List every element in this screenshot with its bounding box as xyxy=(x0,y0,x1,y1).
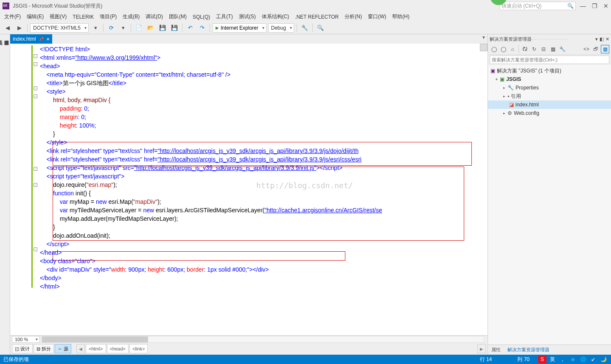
tray-icon-c[interactable]: 🌐 xyxy=(579,356,587,363)
menu-help[interactable]: 帮助(H) xyxy=(392,13,409,20)
panel-dropdown-button[interactable]: ▾ xyxy=(595,36,598,42)
editor-area: index.html 📌 ✕ ▾ − − − − − − − http://bl… xyxy=(10,34,488,355)
panel-close-button[interactable]: ✕ xyxy=(605,36,609,42)
code-editor[interactable]: − − − − − − − http://blog.csdn.net/ <!DO… xyxy=(10,44,488,335)
tab-close-icon[interactable]: ✕ xyxy=(46,37,50,42)
lang-icon[interactable]: 英 xyxy=(548,356,557,363)
tool-b-button[interactable]: 🔍 xyxy=(315,23,325,33)
solution-node[interactable]: ▣解决方案 "JSGIS" (1 个项目) xyxy=(488,67,611,75)
tray-icon-e[interactable]: 🌙 xyxy=(599,356,608,363)
menu-telerik[interactable]: TELERIK xyxy=(73,14,94,20)
tab-label: index.html xyxy=(13,36,36,42)
breadcrumb-nav-right[interactable]: ▶ xyxy=(477,344,486,353)
minimize-button[interactable]: ― xyxy=(580,3,586,9)
code-icon[interactable]: <> xyxy=(582,45,591,53)
project-node[interactable]: ▾▣JSGIS xyxy=(488,75,611,83)
show-all-icon[interactable]: ▦ xyxy=(549,45,557,53)
tab-index-html[interactable]: index.html 📌 ✕ xyxy=(10,34,52,44)
design-view-button[interactable]: ◫ 设计 xyxy=(12,344,33,353)
panel-pin-button[interactable]: ◧ xyxy=(600,36,604,42)
forward-button[interactable]: ▶ xyxy=(14,23,25,33)
menu-window[interactable]: 窗口(W) xyxy=(368,13,386,20)
close-button[interactable]: ✕ xyxy=(603,3,608,9)
collapse-icon[interactable]: ⊟ xyxy=(539,45,548,53)
window-title: JSGIS - Microsoft Visual Studio(管理员) xyxy=(13,3,102,10)
validate-button[interactable]: ▾ xyxy=(90,23,101,33)
sync-icon[interactable]: 🗘 xyxy=(521,45,529,53)
ime-icon[interactable]: S xyxy=(538,356,547,363)
open-button[interactable]: 📂 xyxy=(146,23,156,33)
right-panel-tabs: 属性 解决方案资源管理器 xyxy=(488,345,611,355)
split-view-button[interactable]: ⊟ 拆分 xyxy=(34,344,54,353)
save-all-button[interactable]: 💾 xyxy=(169,23,179,33)
quick-launch-input[interactable]: 快速启动 (Ctrl+Q) 🔍 xyxy=(499,2,576,10)
menu-team[interactable]: 团队(M) xyxy=(169,13,187,20)
menu-reflector[interactable]: .NET REFLECTOR xyxy=(295,14,339,20)
source-view-button[interactable]: ↔ 源 xyxy=(55,344,71,353)
home-icon[interactable]: ⌂ xyxy=(508,45,517,53)
menu-sql[interactable]: SQL(Q) xyxy=(193,14,210,20)
back-icon[interactable]: ◯ xyxy=(490,45,498,53)
menu-bar: 文件(F) 编辑(E) 视图(V) TELERIK 项目(P) 生成(B) 调试… xyxy=(0,12,611,22)
menu-edit[interactable]: 编辑(E) xyxy=(27,13,44,20)
tree-item-webconfig[interactable]: ▸⚙Web.config xyxy=(488,109,611,117)
menu-debug[interactable]: 调试(D) xyxy=(146,13,163,20)
menu-test[interactable]: 测试(S) xyxy=(239,13,256,20)
toolbox-tab[interactable]: 工具箱 xyxy=(0,37,3,350)
tree-item-properties[interactable]: ▸🔧Properties xyxy=(488,83,611,92)
panel-header: 解决方案资源管理器 ····················· ▾ ◧ ✕ xyxy=(488,34,611,44)
tray-icon-a[interactable]: , xyxy=(558,356,567,363)
save-button[interactable]: 💾 xyxy=(157,23,168,33)
redo-button[interactable]: ↷ xyxy=(197,23,207,33)
pin-icon[interactable]: 📌 xyxy=(39,37,44,42)
breadcrumb-nav-left[interactable]: ◀ xyxy=(76,344,85,353)
refresh-button[interactable]: ⟳ xyxy=(106,23,116,33)
config-combo[interactable]: Debug xyxy=(268,23,294,33)
back-button[interactable]: ◀ xyxy=(3,23,13,33)
undo-button[interactable]: ↶ xyxy=(185,23,195,33)
breadcrumb-head[interactable]: <head> xyxy=(107,344,129,353)
menu-architecture[interactable]: 体系结构(C) xyxy=(262,13,289,20)
menu-analyze[interactable]: 分析(N) xyxy=(345,13,362,20)
start-debug-button[interactable]: Internet Explorer xyxy=(213,23,266,33)
menu-view[interactable]: 视图(V) xyxy=(50,13,67,20)
solution-tree[interactable]: ▣解决方案 "JSGIS" (1 个项目) ▾▣JSGIS ▸🔧Properti… xyxy=(488,65,611,345)
document-tabs: index.html 📌 ✕ ▾ xyxy=(10,34,488,44)
menu-file[interactable]: 文件(F) xyxy=(4,13,21,20)
tabs-overflow-button[interactable]: ▾ xyxy=(480,34,488,44)
panel-title: 解决方案资源管理器 xyxy=(490,36,532,42)
tree-item-references[interactable]: ▸▪引用 xyxy=(488,92,611,100)
status-col: 列 70 xyxy=(517,356,530,363)
maximize-button[interactable]: ❐ xyxy=(592,3,597,9)
tree-item-index-html[interactable]: ◪index.html xyxy=(488,100,611,109)
status-bar: 已保存的项 行 14 列 70 S 英 , ◉ 🌐 ↙ 🌙 xyxy=(0,355,611,364)
view-icon[interactable]: 🗗 xyxy=(591,45,600,53)
menu-project[interactable]: 项目(P) xyxy=(100,13,117,20)
tab-properties[interactable]: 属性 xyxy=(488,345,504,355)
status-saved: 已保存的项 xyxy=(3,356,29,363)
new-item-button[interactable]: 📄 xyxy=(134,23,144,33)
stop-button[interactable]: ▾ xyxy=(118,23,128,33)
server-explorer-tab[interactable]: 服务器资源管理器 xyxy=(3,37,10,350)
menu-tools[interactable]: 工具(T) xyxy=(216,13,233,20)
horizontal-scrollbar[interactable] xyxy=(42,336,484,343)
solution-search-input[interactable] xyxy=(490,56,609,64)
menu-build[interactable]: 生成(B) xyxy=(123,13,140,20)
search-icon: 🔍 xyxy=(567,3,574,9)
tray-icon-b[interactable]: ◉ xyxy=(569,356,577,363)
tool-a-button[interactable]: 🔧 xyxy=(300,23,310,33)
solution-explorer-panel: 解决方案资源管理器 ····················· ▾ ◧ ✕ ◯ … xyxy=(488,34,611,355)
properties-icon[interactable]: 🔧 xyxy=(558,45,566,53)
zoom-combo[interactable]: 100 % xyxy=(12,336,40,343)
forward-icon[interactable]: ◯ xyxy=(499,45,507,53)
editor-bottom-bar: 100 % ◫ 设计 ⊟ 拆分 ↔ 源 ◀ <html> <head> <lin… xyxy=(10,335,488,355)
preview-icon[interactable]: ▦ xyxy=(601,45,609,53)
code-content[interactable]: <!DOCTYPE html> <html xmlns="http://www.… xyxy=(10,44,488,335)
main-area: 服务器资源管理器 工具箱 index.html 📌 ✕ ▾ − − − − − … xyxy=(0,34,611,355)
doctype-combo[interactable]: DOCTYPE: XHTML5 xyxy=(30,23,89,33)
tray-icon-d[interactable]: ↙ xyxy=(589,356,597,363)
refresh-icon[interactable]: ↻ xyxy=(530,45,538,53)
breadcrumb-html[interactable]: <html> xyxy=(86,344,106,353)
tab-solution-explorer[interactable]: 解决方案资源管理器 xyxy=(504,345,553,355)
breadcrumb-link[interactable]: <link> xyxy=(129,344,148,353)
